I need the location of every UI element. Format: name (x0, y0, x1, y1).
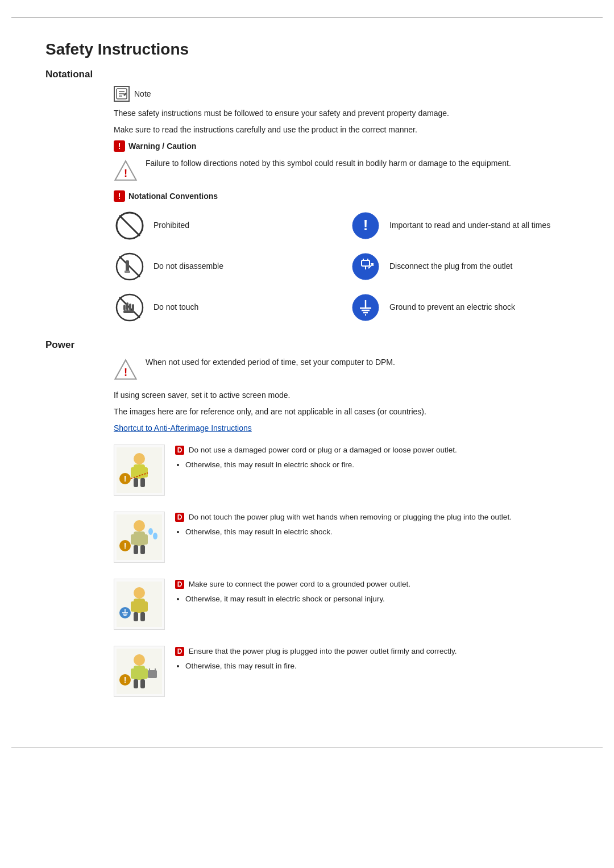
no-touch-svg (114, 292, 145, 323)
svg-rect-26 (123, 310, 134, 313)
important-svg: ! (350, 210, 381, 241)
power-item-3-bullets: Otherwise, it may result in electric sho… (185, 593, 569, 605)
svg-point-36 (134, 453, 145, 464)
power-item-2-title-text: Do not touch the power plug with wet han… (189, 513, 512, 521)
power-item-2-bullet-1: Otherwise, this may result in electric s… (185, 526, 569, 538)
triangle-warning-row: ! Failure to follow directions noted by … (114, 157, 569, 182)
triangle-warning-icon: ! (114, 159, 138, 182)
power-item-3: D Make sure to connect the power cord to… (114, 579, 569, 630)
notational-icons-grid: Prohibited ! Important to read and under… (114, 210, 569, 323)
svg-rect-23 (129, 304, 131, 310)
svg-rect-13 (125, 271, 130, 273)
svg-point-53 (153, 533, 157, 539)
power-body4: Shortcut to Anti-Afterimage Instructions (114, 422, 569, 434)
disconnect-label: Disconnect the plug from the outlet (389, 261, 512, 272)
disconnect-svg (350, 251, 381, 282)
svg-rect-41 (140, 478, 145, 487)
notational-item-disconnect: Disconnect the plug from the outlet (350, 251, 569, 283)
power-item-2-image: ! (114, 512, 165, 563)
notational-content: Note These safety instructions must be f… (114, 86, 569, 323)
warning-label-row: ! Warning / Caution (114, 140, 569, 152)
notational-item-ground: Ground to prevent an electric shock (350, 292, 569, 323)
page-container: Safety Instructions Notational Note Thes… (11, 17, 603, 747)
svg-point-52 (148, 528, 153, 535)
note-svg-icon (115, 88, 128, 100)
important-icon: ! (350, 210, 381, 242)
note-icon (114, 86, 130, 102)
svg-text:!: ! (124, 474, 127, 483)
notational-item-no-touch: Do not touch (114, 292, 333, 323)
no-touch-label: Do not touch (154, 302, 198, 313)
power-item-1-image: ! (114, 445, 165, 496)
svg-rect-60 (143, 601, 148, 612)
power-item-1-bullets: Otherwise, this may result in electric s… (185, 459, 569, 471)
svg-rect-40 (134, 478, 138, 487)
disconnect-icon (350, 251, 381, 283)
svg-rect-73 (134, 679, 138, 688)
power-item-1-title: D Do not use a damaged power cord or plu… (175, 445, 569, 456)
svg-rect-38 (131, 467, 135, 477)
svg-text:!: ! (124, 675, 127, 684)
power-item-3-title-text: Make sure to connect the power cord to a… (189, 580, 410, 588)
power-triangle-icon: ! (114, 358, 138, 381)
svg-text:!: ! (124, 167, 127, 179)
power-item-1-svg: ! (117, 447, 162, 493)
ground-svg (350, 292, 381, 323)
notational-item-important: ! Important to read and under-stand at a… (350, 210, 569, 242)
power-item-4-title-text: Ensure that the power plug is plugged in… (189, 647, 457, 655)
power-item-2-svg: ! (117, 514, 162, 560)
svg-point-69 (134, 654, 145, 666)
warning-label-text: Warning / Caution (128, 142, 196, 151)
svg-line-11 (119, 256, 140, 277)
power-items-list: ! D Do not use a damaged power cord or p… (114, 445, 569, 697)
power-body3: The images here are for reference only, … (114, 406, 569, 418)
shortcut-link[interactable]: Shortcut to Anti-Afterimage Instructions (114, 423, 252, 433)
svg-rect-62 (140, 612, 145, 621)
item-2-red-icon: D (175, 513, 184, 522)
important-label: Important to read and under-stand at all… (389, 220, 550, 231)
power-item-2-title: D Do not touch the power plug with wet h… (175, 512, 569, 523)
power-body2: If using screen saver, set it to active … (114, 389, 569, 401)
prohibited-svg (114, 210, 145, 241)
svg-rect-59 (131, 601, 135, 612)
notational-item-prohibited: Prohibited (114, 210, 333, 242)
power-item-3-image (114, 579, 165, 630)
power-item-2-bullets: Otherwise, this may result in electric s… (185, 526, 569, 538)
page-title: Safety Instructions (45, 40, 569, 59)
power-item-4-svg: ! (117, 649, 162, 694)
svg-rect-24 (132, 304, 134, 310)
power-section: Power ! When not used for extended perio… (45, 339, 569, 697)
svg-rect-49 (143, 534, 148, 545)
svg-rect-50 (134, 545, 138, 554)
svg-point-46 (134, 520, 145, 531)
notational-body2: Make sure to read the instructions caref… (114, 124, 569, 136)
item-4-red-icon: D (175, 647, 184, 656)
svg-rect-22 (126, 302, 128, 310)
svg-rect-75 (148, 670, 157, 678)
prohibited-icon (114, 210, 146, 242)
svg-rect-71 (131, 668, 135, 679)
ground-icon (350, 292, 381, 323)
power-item-3-bullet-1: Otherwise, it may result in electric sho… (185, 593, 569, 605)
power-item-4-image: ! (114, 646, 165, 697)
power-item-4-bullet-1: Otherwise, this may result in fire. (185, 661, 569, 672)
notational-body1: These safety instructions must be follow… (114, 107, 569, 119)
power-item-2: ! D Do not touch the power plug with wet… (114, 512, 569, 563)
notational-conventions-row: ! Notational Conventions (114, 190, 569, 202)
power-item-4-bullets: Otherwise, this may result in fire. (185, 661, 569, 672)
power-item-4-content: D Ensure that the power plug is plugged … (175, 646, 569, 674)
notational-item-disassemble: Do not disassemble (114, 251, 333, 283)
power-item-3-title: D Make sure to connect the power cord to… (175, 579, 569, 590)
svg-rect-48 (131, 534, 135, 545)
svg-rect-61 (134, 612, 138, 621)
svg-text:!: ! (124, 541, 127, 550)
power-item-4-title: D Ensure that the power plug is plugged … (175, 646, 569, 657)
prohibited-label: Prohibited (154, 220, 189, 231)
item-3-red-icon: D (175, 580, 184, 589)
svg-line-7 (119, 215, 140, 236)
note-row: Note (114, 86, 569, 102)
power-item-3-content: D Make sure to connect the power cord to… (175, 579, 569, 607)
notational-heading: Notational (45, 69, 569, 80)
svg-rect-25 (123, 305, 126, 310)
power-content: ! When not used for extended period of t… (114, 356, 569, 697)
